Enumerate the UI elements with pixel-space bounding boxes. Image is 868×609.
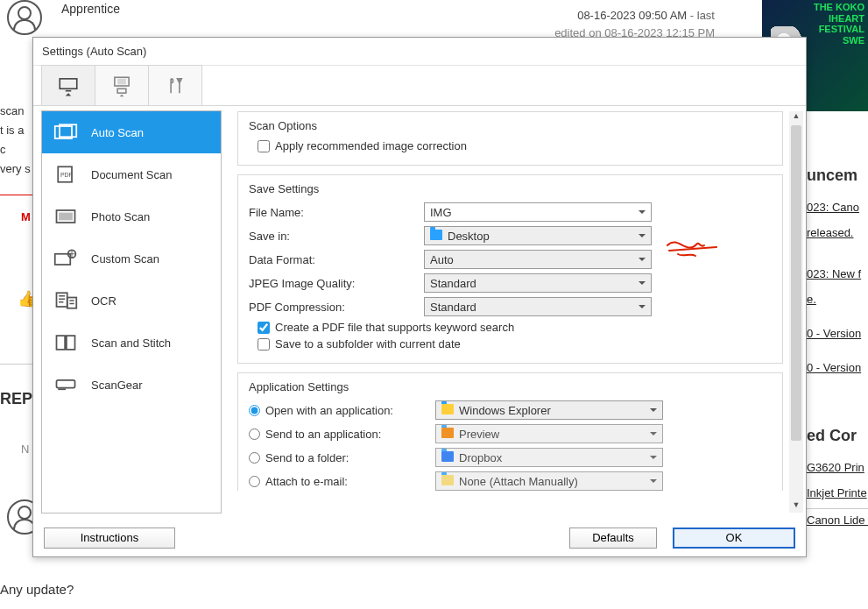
send-to-app-label: Send to an application: [265,428,435,441]
save-in-select[interactable]: Desktop [424,226,652,245]
scroll-thumb[interactable] [791,125,801,441]
ok-button[interactable]: OK [673,528,795,549]
scan-options-legend: Scan Options [249,119,772,132]
avatar-icon [7,0,42,35]
folder-icon [441,475,454,487]
svg-rect-0 [60,78,77,88]
save-in-label: Save in: [249,230,424,243]
pdf-compression-label: PDF Compression: [249,301,424,314]
replies-heading: REPI [0,390,37,408]
pdf-keyword-checkbox[interactable] [258,322,270,334]
send-to-folder-radio[interactable] [249,452,260,464]
sidebar-item-label: Document Scan [91,168,173,181]
jpeg-quality-select[interactable]: Standard [424,273,652,293]
open-with-app-radio[interactable] [249,405,260,416]
side-link[interactable]: e. [807,293,868,306]
application-settings-group: Application Settings Open with an applic… [237,372,783,491]
subfolder-checkbox[interactable] [258,338,270,351]
reply-text: Any update? [0,582,74,597]
svg-rect-4 [117,89,126,93]
attach-email-select[interactable]: None (Attach Manually) [435,471,663,491]
sidebar-item-auto-scan[interactable]: Auto Scan [42,111,221,153]
data-format-label: Data Format: [249,253,424,266]
apply-correction-checkbox[interactable] [258,140,270,152]
side-link[interactable]: released. [807,226,868,239]
sidebar-item-ocr[interactable]: OCR [42,280,221,322]
auto-scan-icon [53,122,79,143]
custom-scan-icon [53,248,79,269]
sidebar: Auto Scan PDF Document Scan Photo Scan C… [41,110,222,513]
svg-rect-15 [57,336,66,350]
apply-correction-label: Apply recommended image correction [275,139,467,152]
scrollbar[interactable]: ▲ ▼ [789,111,803,513]
jpeg-quality-label: JPEG Image Quality: [249,277,424,290]
user-rank: Apprentice [61,2,120,16]
pdf-keyword-label: Create a PDF file that supports keyword … [275,321,514,334]
application-settings-legend: Application Settings [249,380,772,393]
sidebar-item-custom-scan[interactable]: Custom Scan [42,237,221,280]
sidebar-item-label: Auto Scan [91,126,144,139]
red-separator [0,195,35,195]
scangear-icon [53,374,79,395]
windows-explorer-icon [441,404,454,416]
computer-scan-icon [57,74,80,97]
sidebar-item-scangear[interactable]: ScanGear [42,364,221,406]
attach-email-radio[interactable] [249,476,260,487]
instructions-button[interactable]: Instructions [44,528,175,549]
subfolder-checkbox-row[interactable]: Save to a subfolder with current date [258,337,772,351]
sidebar-item-label: Scan and Stitch [91,336,171,350]
post-date: 08-16-2023 09:50 AM - last [577,9,715,22]
side-heading: ed Cor [807,427,868,445]
attach-email-label: Attach to e-mail: [265,475,435,488]
top-tab-strip [33,66,806,106]
content-area: Scan Options Apply recommended image cor… [222,106,806,518]
scroll-down-icon[interactable]: ▼ [789,500,803,513]
tab-scan-from-computer[interactable] [41,65,95,105]
settings-dialog: Settings (Auto Scan) Auto Scan PDF Docum… [32,37,807,557]
red-tab[interactable]: M [21,210,31,223]
send-to-folder-select[interactable]: Dropbox [435,448,663,467]
post-date-suffix: - last [687,9,715,22]
side-link[interactable]: 023: Cano [807,201,868,214]
file-name-label: File Name: [249,206,424,219]
sidebar-item-photo-scan[interactable]: Photo Scan [42,195,221,237]
tools-icon [164,74,187,97]
scan-options-group: Scan Options Apply recommended image cor… [237,111,783,166]
side-link[interactable]: 0 - Version [807,327,868,340]
desktop-icon [430,230,442,242]
defaults-button[interactable]: Defaults [569,528,657,549]
pdf-compression-select[interactable]: Standard [424,297,652,316]
data-format-select[interactable]: Auto [424,250,652,269]
sidebar-item-scan-and-stitch[interactable]: Scan and Stitch [42,322,221,364]
pdf-keyword-checkbox-row[interactable]: Create a PDF file that supports keyword … [258,321,772,334]
send-to-app-radio[interactable] [249,428,260,440]
svg-rect-10 [59,213,73,221]
scroll-up-icon[interactable]: ▲ [789,111,803,124]
side-link[interactable]: Canon Lide 400 sca [807,513,868,527]
sidebar-item-label: Photo Scan [91,210,150,223]
side-link[interactable]: 0 - Version [807,361,868,374]
send-to-app-select[interactable]: Preview [435,424,663,443]
left-truncated-text: scan t is a c very s [0,102,32,179]
side-link[interactable]: 023: New f [807,267,868,280]
tab-tools[interactable] [148,65,202,105]
apply-correction-checkbox-row[interactable]: Apply recommended image correction [258,139,772,152]
send-to-folder-label: Send to a folder: [265,451,435,464]
svg-rect-17 [57,380,75,388]
svg-rect-1 [66,89,72,91]
sidebar-item-document-scan[interactable]: PDF Document Scan [42,153,221,195]
separator [0,364,35,365]
file-name-combo[interactable]: IMG [424,202,652,222]
promo-text: THE KOKO IHEART FESTIVAL SWE [814,2,864,46]
dropbox-icon [441,451,454,464]
ocr-icon [53,290,79,311]
tab-scan-from-device[interactable] [95,65,149,105]
side-link[interactable]: Inkjet Printe [807,486,868,499]
stitch-icon [53,332,79,353]
device-scan-icon [110,74,133,97]
open-with-app-select[interactable]: Windows Explorer [435,400,663,420]
button-bar: Instructions Defaults OK [33,518,806,556]
subfolder-label: Save to a subfolder with current date [275,337,461,351]
sidebar-item-label: Custom Scan [91,252,159,266]
side-link[interactable]: G3620 Prin [807,461,868,474]
